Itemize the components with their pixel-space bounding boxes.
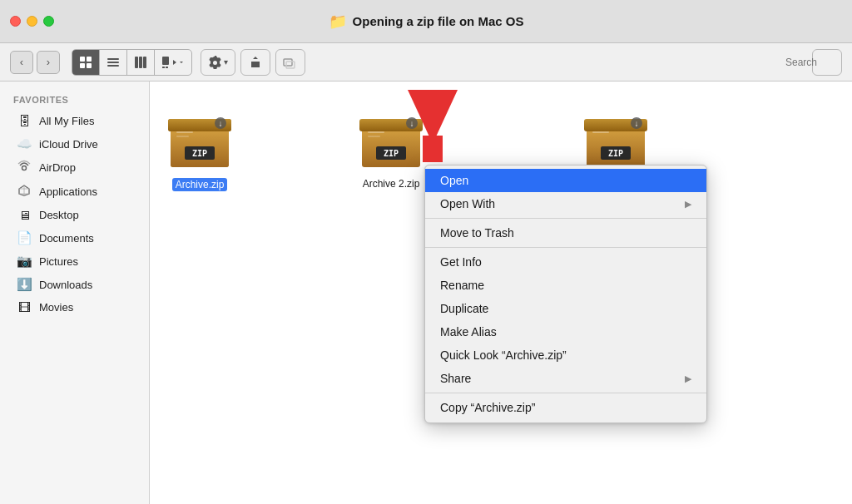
svg-rect-33 <box>368 131 384 133</box>
zip-icon-2: ZIP ↓ <box>358 106 424 173</box>
context-menu-divider-2 <box>425 247 706 248</box>
context-menu: Open Open With ▶ Move to Trash Get Info … <box>424 165 707 423</box>
svg-rect-10 <box>162 57 169 65</box>
svg-rect-11 <box>162 67 165 68</box>
sidebar-item-movies[interactable]: 🎞 Movies <box>3 296 146 319</box>
sidebar-item-label: iCloud Drive <box>39 138 98 151</box>
context-menu-copy[interactable]: Copy “Archive.zip” <box>425 396 706 419</box>
sidebar-item-pictures[interactable]: 📷 Pictures <box>3 250 146 273</box>
svg-text:↓: ↓ <box>410 119 414 128</box>
sidebar-item-label: Movies <box>39 301 73 314</box>
svg-point-15 <box>22 166 27 170</box>
share-button[interactable] <box>240 49 270 76</box>
file-label-1: Archive.zip <box>172 178 228 191</box>
sidebar-item-icloud-drive[interactable]: ☁️ iCloud Drive <box>3 132 146 156</box>
search-button[interactable] <box>812 49 842 76</box>
sidebar-item-downloads[interactable]: ⬇️ Downloads <box>3 273 146 296</box>
svg-rect-26 <box>176 136 189 137</box>
main-area: Favorites 🗄 All My Files ☁️ iCloud Drive… <box>0 82 852 504</box>
sidebar-item-label: All My Files <box>39 115 94 127</box>
zip-icon-1: ZIP ↓ <box>166 106 233 173</box>
svg-text:↓: ↓ <box>219 119 223 128</box>
submenu-arrow-share: ▶ <box>685 373 691 384</box>
applications-icon <box>17 184 32 200</box>
svg-rect-14 <box>286 62 295 68</box>
view-icon-button[interactable] <box>72 50 100 75</box>
context-menu-quick-look[interactable]: Quick Look “Archive.zip” <box>425 343 706 367</box>
nav-buttons: ‹ › <box>10 51 60 74</box>
maximize-button[interactable] <box>43 16 54 27</box>
icloud-icon: ☁️ <box>17 136 32 151</box>
forward-button[interactable]: › <box>37 51 60 74</box>
minimize-button[interactable] <box>27 16 37 27</box>
sidebar-item-label: Documents <box>39 232 94 245</box>
svg-text:↓: ↓ <box>635 119 639 128</box>
svg-text:ZIP: ZIP <box>608 149 623 158</box>
all-my-files-icon: 🗄 <box>17 114 32 128</box>
context-menu-open[interactable]: Open <box>425 169 706 192</box>
view-gallery-button[interactable] <box>155 50 191 75</box>
sidebar-item-airdrop[interactable]: AirDrop <box>3 156 146 180</box>
airdrop-icon <box>17 160 32 175</box>
sidebar-item-documents[interactable]: 📄 Documents <box>3 226 146 250</box>
sidebar-section-favorites: Favorites <box>0 91 149 110</box>
context-menu-move-to-trash[interactable]: Move to Trash <box>425 221 706 245</box>
context-menu-open-with[interactable]: Open With ▶ <box>425 192 706 215</box>
svg-rect-1 <box>87 57 92 62</box>
close-button[interactable] <box>10 16 21 27</box>
svg-rect-12 <box>166 67 168 68</box>
sidebar: Favorites 🗄 All My Files ☁️ iCloud Drive… <box>0 82 150 504</box>
movies-icon: 🎞 <box>17 300 32 314</box>
sidebar-item-label: AirDrop <box>39 161 76 174</box>
sidebar-item-desktop[interactable]: 🖥 Desktop <box>3 204 146 226</box>
window-title-text: Opening a zip file on Mac OS <box>353 14 524 28</box>
context-menu-share[interactable]: Share ▶ <box>425 367 706 390</box>
pictures-icon: 📷 <box>17 254 32 269</box>
file-item-archive1[interactable]: ZIP ↓ <box>166 106 233 191</box>
tag-button[interactable] <box>275 49 305 76</box>
traffic-lights <box>10 16 54 27</box>
svg-rect-25 <box>176 131 193 133</box>
folder-icon: 📁 <box>329 12 347 31</box>
svg-rect-6 <box>107 65 119 67</box>
svg-text:ZIP: ZIP <box>192 149 207 158</box>
file-item-archive2[interactable]: ZIP ↓ <box>358 106 424 190</box>
file-area: ZIP ↓ <box>150 82 852 504</box>
context-menu-get-info[interactable]: Get Info <box>425 250 706 274</box>
svg-rect-3 <box>87 63 92 68</box>
view-list-button[interactable] <box>100 50 127 75</box>
sidebar-item-label: Applications <box>39 185 97 198</box>
search-input[interactable] <box>785 57 852 68</box>
window-title: 📁 Opening a zip file on Mac OS <box>329 12 524 31</box>
context-menu-rename[interactable]: Rename <box>425 274 706 297</box>
sidebar-item-label: Desktop <box>39 209 79 221</box>
svg-text:ZIP: ZIP <box>384 149 399 158</box>
svg-rect-2 <box>80 63 85 68</box>
context-menu-divider-1 <box>425 218 706 219</box>
svg-rect-0 <box>80 57 85 62</box>
sidebar-item-label: Downloads <box>39 279 92 291</box>
context-menu-divider-3 <box>425 393 706 393</box>
gear-dropdown-button[interactable]: ▾ <box>201 49 235 76</box>
submenu-arrow-open-with: ▶ <box>685 199 691 210</box>
svg-rect-34 <box>368 136 380 137</box>
view-button-group <box>72 49 192 76</box>
sidebar-item-applications[interactable]: Applications <box>3 180 146 204</box>
toolbar: ‹ › <box>0 43 852 82</box>
svg-rect-8 <box>139 57 142 68</box>
documents-icon: 📄 <box>17 230 32 245</box>
svg-rect-13 <box>284 59 292 66</box>
title-bar: 📁 Opening a zip file on Mac OS <box>0 0 852 43</box>
context-menu-make-alias[interactable]: Make Alias <box>425 320 706 343</box>
svg-rect-7 <box>135 57 138 68</box>
context-menu-duplicate[interactable]: Duplicate <box>425 297 706 320</box>
downloads-icon: ⬇️ <box>17 277 32 292</box>
sidebar-item-all-my-files[interactable]: 🗄 All My Files <box>3 110 146 132</box>
file-label-2: Archive 2.zip <box>363 178 420 190</box>
zip-icon-3: ZIP ↓ <box>582 106 649 173</box>
svg-rect-41 <box>592 131 609 133</box>
svg-rect-4 <box>107 58 119 60</box>
back-button[interactable]: ‹ <box>10 51 33 74</box>
view-column-button[interactable] <box>127 50 155 75</box>
svg-rect-5 <box>107 62 119 63</box>
